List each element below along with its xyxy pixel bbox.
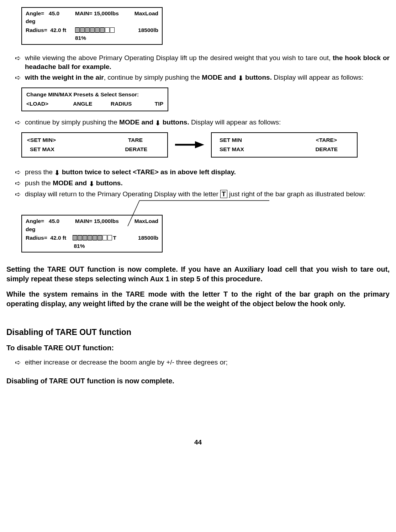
text: MODE and bbox=[53, 179, 89, 187]
main-val: 15,000lbs bbox=[94, 10, 119, 16]
list-item: either increase or decrease the boom ang… bbox=[15, 358, 390, 367]
maxload-val: 18500lb bbox=[130, 234, 158, 250]
text: just right of the bar graph as illustrat… bbox=[227, 190, 366, 198]
display-box-tare-selected: SET MIN<TARE> SET MAXDERATE bbox=[211, 132, 358, 158]
radius-label: Radius= bbox=[26, 235, 47, 241]
angle: ANGLE bbox=[68, 100, 97, 108]
load: <LOAD> bbox=[26, 100, 58, 108]
list-item: with the weight in the air, continue by … bbox=[15, 73, 390, 83]
heading-disable-sub: To disable TARE OUT function: bbox=[6, 344, 390, 352]
bar-segment bbox=[85, 27, 90, 33]
text: push the bbox=[25, 179, 53, 187]
text: button twice to select <TARE> as in abov… bbox=[60, 168, 236, 176]
bar-segment bbox=[107, 235, 112, 240]
display-box-primary-tare: Angle= 45.0 deg MAIN= 15,000lbs MaxLoad … bbox=[21, 215, 163, 252]
page-number: 44 bbox=[6, 438, 390, 446]
list-item: continue by simply pushing the MODE and … bbox=[15, 118, 390, 127]
down-arrow-icon: ⬇ bbox=[89, 180, 94, 187]
display-box-setmin-tare: <SET MIN>TARE SET MAXDERATE bbox=[21, 132, 168, 158]
radius-val: 42.0 ft bbox=[50, 235, 66, 241]
tare: TARE bbox=[128, 135, 162, 145]
maxload-val: 18500lb bbox=[130, 26, 158, 42]
text: Display will appear as follows: bbox=[272, 74, 364, 81]
display-box-primary-1: Angle= 45.0 deg MAIN= 15,000lbs MaxLoad … bbox=[21, 7, 163, 45]
percent: 81% bbox=[74, 243, 85, 249]
bar-segment bbox=[73, 235, 77, 240]
arrow-right-icon bbox=[174, 140, 205, 149]
bar-segment bbox=[110, 27, 115, 33]
t-letter: T bbox=[113, 235, 116, 241]
setmax: SET MAX bbox=[27, 145, 54, 154]
down-arrow-icon: ⬇ bbox=[155, 119, 160, 127]
bar-segment bbox=[90, 27, 95, 33]
radius-label: Radius= bbox=[26, 27, 47, 33]
angle-label: Angle= bbox=[26, 10, 44, 16]
bar-segment bbox=[97, 235, 102, 240]
text: MODE and bbox=[202, 74, 238, 81]
angle-label: Angle= bbox=[26, 218, 44, 224]
text: , continue by simply pushing the bbox=[104, 74, 202, 81]
para-complete: Setting the TARE OUT function is now com… bbox=[6, 265, 390, 284]
box2-title: Change MIN/MAX Presets & Select Sensor: bbox=[26, 91, 163, 99]
text: Display will appear as follows: bbox=[189, 118, 281, 126]
list-item: display will return to the Primary Opera… bbox=[15, 190, 390, 198]
tare: <TARE> bbox=[316, 135, 352, 145]
bar-segment bbox=[75, 27, 80, 33]
list-item: push the MODE and ⬇ buttons. bbox=[15, 179, 390, 188]
bar-segment bbox=[93, 235, 97, 240]
maxload-label: MaxLoad bbox=[130, 10, 158, 26]
bar-segment bbox=[105, 27, 110, 33]
down-arrow-icon: ⬇ bbox=[54, 169, 60, 176]
text: with the weight in the air bbox=[25, 74, 104, 81]
bar-segment bbox=[102, 235, 107, 240]
heading-disable: Disabling of TARE OUT function bbox=[6, 328, 390, 337]
bar-segment bbox=[83, 235, 87, 240]
list-item: while viewing the above Primary Operatin… bbox=[15, 53, 390, 71]
text: MODE and bbox=[119, 118, 155, 126]
main-label: MAIN= bbox=[75, 10, 93, 16]
derate: DERATE bbox=[315, 145, 352, 154]
text: continue by simply pushing the bbox=[25, 118, 119, 126]
bar-segment bbox=[95, 27, 100, 33]
text: display will return to the Primary Opera… bbox=[25, 190, 220, 198]
down-arrow-icon: ⬇ bbox=[238, 75, 243, 82]
para-disable-complete: Disabling of TARE OUT function is now co… bbox=[6, 377, 390, 385]
setmin: <SET MIN> bbox=[27, 135, 56, 145]
bar-segment bbox=[100, 27, 105, 33]
tip: TIP bbox=[146, 100, 163, 108]
svg-marker-1 bbox=[195, 141, 204, 148]
main-label: MAIN= bbox=[75, 218, 93, 224]
text: buttons. bbox=[160, 118, 189, 126]
text: press the bbox=[25, 168, 54, 176]
text: buttons. bbox=[94, 179, 123, 187]
radius-val: 42.0 ft bbox=[50, 27, 66, 33]
bar-segment bbox=[78, 235, 82, 240]
percent: 81% bbox=[75, 35, 86, 41]
main-val: 15,000lbs bbox=[94, 218, 119, 224]
derate: DERATE bbox=[125, 145, 162, 154]
bar-segment bbox=[80, 27, 85, 33]
display-box-select-sensor: Change MIN/MAX Presets & Select Sensor: … bbox=[21, 87, 168, 111]
text: while viewing the above Primary Operatin… bbox=[25, 54, 333, 62]
list-item: press the ⬇ button twice to select <TARE… bbox=[15, 167, 390, 177]
t-letter-inline: T bbox=[220, 190, 227, 198]
setmax: SET MAX bbox=[217, 145, 244, 154]
maxload-label: MaxLoad bbox=[130, 217, 158, 233]
radius: RADIUS bbox=[107, 100, 136, 108]
para-tare-mode: While the system remains in the TARE mod… bbox=[6, 289, 390, 309]
text: buttons. bbox=[243, 74, 272, 81]
bar-segment bbox=[88, 235, 92, 240]
setmin: SET MIN bbox=[217, 135, 242, 145]
